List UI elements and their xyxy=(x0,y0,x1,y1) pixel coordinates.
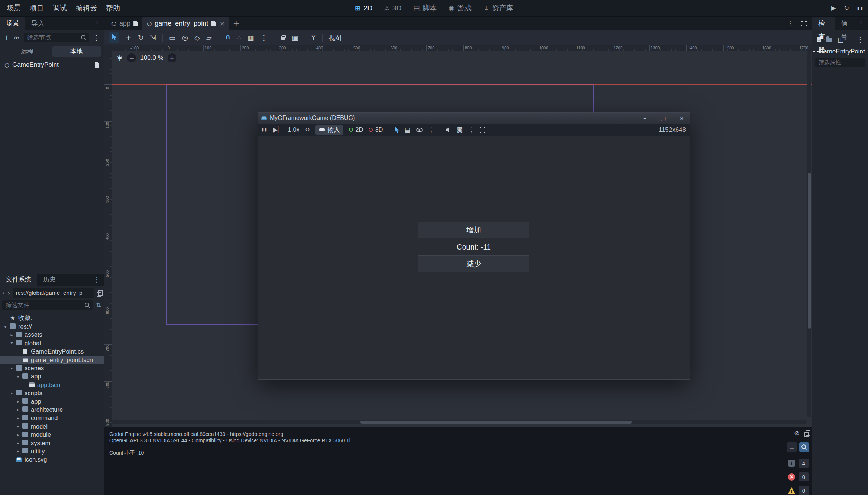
chevron-icon[interactable] xyxy=(9,391,15,396)
camera-override-icon[interactable]: ◙ xyxy=(457,127,463,133)
move-tool-icon[interactable]: + xyxy=(126,34,132,41)
chevron-icon[interactable] xyxy=(15,399,21,404)
file-tree-item[interactable]: scenes xyxy=(0,364,104,372)
close-tab-icon[interactable]: × xyxy=(219,20,225,27)
decrease-button[interactable]: 减少 xyxy=(418,255,529,272)
menu-item[interactable]: 项目 xyxy=(25,3,48,13)
output-filter-badge[interactable]: 0 xyxy=(788,486,809,495)
dock-tab[interactable]: 检查器 xyxy=(812,17,835,30)
pause-icon[interactable]: ▮▮ xyxy=(857,6,864,10)
file-tree-item[interactable]: app.tscn xyxy=(0,381,104,389)
mode-2d-button[interactable]: 2D xyxy=(349,126,363,133)
file-tree-item[interactable]: res:// xyxy=(0,322,104,330)
file-tree-item[interactable]: scripts xyxy=(0,389,104,397)
dock-tab[interactable]: 场景 xyxy=(0,17,25,30)
add-scene-tab-button[interactable]: + xyxy=(229,19,243,28)
workspace-tab[interactable]: ▤ 脚本 xyxy=(413,3,437,13)
file-tree-item[interactable]: architecture xyxy=(0,406,104,414)
file-tree-item[interactable]: model xyxy=(0,422,104,430)
scrollbar-thumb[interactable] xyxy=(360,421,632,424)
scrollbar-thumb[interactable] xyxy=(808,173,811,329)
open-script-icon[interactable] xyxy=(95,62,99,68)
chevron-icon[interactable] xyxy=(15,416,21,421)
dock-tab[interactable]: 历史 xyxy=(37,274,62,286)
node-snap-icon[interactable]: ∴ xyxy=(237,34,241,41)
file-tree-item[interactable]: icon.svg xyxy=(0,456,104,464)
filter-nodes-input[interactable] xyxy=(24,33,89,42)
next-frame-icon[interactable]: ▶▏ xyxy=(273,127,282,133)
lock-node-icon[interactable] xyxy=(281,37,285,40)
scale-tool-icon[interactable]: ⇲ xyxy=(150,34,156,41)
select-options-icon[interactable]: ⋮ xyxy=(428,127,434,133)
play-icon[interactable]: ▶ xyxy=(831,5,836,11)
collapse-duplicates-button[interactable]: ≡ xyxy=(787,442,797,452)
region-select-icon[interactable]: ▭ xyxy=(169,34,176,41)
scene-tree-root-node[interactable]: ○ GameEntryPoint xyxy=(0,60,104,70)
visibility-icon[interactable] xyxy=(416,128,423,132)
select-mode-icon[interactable] xyxy=(395,127,399,133)
chevron-icon[interactable] xyxy=(15,449,21,454)
split-view-icon[interactable] xyxy=(97,290,101,296)
workspace-tab[interactable]: ◉ 游戏 xyxy=(448,3,472,13)
restart-icon[interactable]: ↻ xyxy=(844,5,849,11)
menu-item[interactable]: 场景 xyxy=(2,3,25,13)
chevron-icon[interactable] xyxy=(9,332,15,338)
game-window-titlebar[interactable]: MyGFrameworkGame (DEBUG) – ▢ × xyxy=(258,113,690,124)
dock-options-icon[interactable]: ⋮ xyxy=(90,20,104,27)
fullscreen-icon[interactable] xyxy=(480,127,485,133)
minimize-button[interactable]: – xyxy=(637,113,652,124)
menu-item[interactable]: 调试 xyxy=(48,3,71,13)
chevron-icon[interactable] xyxy=(9,366,15,371)
menu-item[interactable]: 帮助 xyxy=(101,3,124,13)
inspector-options-icon[interactable]: ⋮ xyxy=(857,36,864,43)
current-path-input[interactable] xyxy=(13,288,94,298)
list-select-icon[interactable]: ▤ xyxy=(405,127,411,133)
file-tree-item[interactable]: module xyxy=(0,430,104,439)
file-tree-item[interactable]: app xyxy=(0,397,104,406)
chevron-icon[interactable] xyxy=(15,440,21,446)
grid-snap-icon[interactable]: ▦ xyxy=(247,34,254,41)
filesystem-options-icon[interactable]: ⋮ xyxy=(90,276,104,283)
file-tree-item[interactable]: assets xyxy=(0,331,104,339)
expand-viewport-icon[interactable] xyxy=(801,21,807,26)
select-tool[interactable] xyxy=(109,32,119,43)
workspace-tab[interactable]: ⊞ 2D xyxy=(355,4,372,12)
chevron-icon[interactable] xyxy=(9,341,15,346)
pan-tool-icon[interactable]: ◇ xyxy=(194,34,200,41)
local-tab[interactable]: 本地 xyxy=(52,46,101,57)
chevron-icon[interactable] xyxy=(15,424,21,429)
search-output-button[interactable] xyxy=(799,442,809,452)
ruler-tool-icon[interactable]: ▱ xyxy=(206,34,212,41)
chevron-icon[interactable] xyxy=(15,407,21,412)
increase-button[interactable]: 增加 xyxy=(418,222,529,238)
tab-list-icon[interactable]: ⋮ xyxy=(787,20,794,27)
workspace-tab[interactable]: ◬ 3D xyxy=(384,4,401,12)
file-tree-item[interactable]: global xyxy=(0,339,104,347)
filter-files-input[interactable] xyxy=(2,300,93,310)
pivot-tool-icon[interactable]: ◎ xyxy=(182,34,188,41)
output-filter-badge[interactable]: 4 xyxy=(788,459,809,468)
dock-tab[interactable]: 文件系统 xyxy=(0,274,37,286)
instance-scene-icon[interactable]: ∞ xyxy=(14,34,20,41)
file-tree-item[interactable]: app xyxy=(0,372,104,381)
smart-snap-icon[interactable]: ∪ xyxy=(225,34,230,41)
scene-tab[interactable]: ○ app × xyxy=(107,17,142,30)
close-button[interactable]: × xyxy=(674,113,690,124)
mode-3d-button[interactable]: 3D xyxy=(369,126,383,133)
rotate-tool-icon[interactable]: ↻ xyxy=(138,34,144,41)
file-tree-item[interactable]: command xyxy=(0,414,104,422)
chevron-icon[interactable] xyxy=(15,432,21,437)
file-tree-item[interactable]: game_entry_point.tscn xyxy=(0,356,104,364)
view-menu[interactable]: 视图 xyxy=(329,33,342,42)
audio-icon[interactable] xyxy=(446,127,451,133)
skeleton-menu-icon[interactable]: Y xyxy=(311,34,316,41)
reset-icon[interactable]: ↺ xyxy=(305,127,310,133)
chevron-icon[interactable] xyxy=(2,324,9,329)
dock-options-icon[interactable]: ⋮ xyxy=(854,20,868,27)
maximize-button[interactable]: ▢ xyxy=(655,113,671,124)
file-tree-item[interactable]: system xyxy=(0,439,104,447)
playback-speed[interactable]: 1.0x xyxy=(288,126,299,133)
copy-output-icon[interactable] xyxy=(804,430,809,436)
remote-tab[interactable]: 远程 xyxy=(3,46,52,57)
file-tree-item[interactable]: 收藏: xyxy=(0,314,104,322)
